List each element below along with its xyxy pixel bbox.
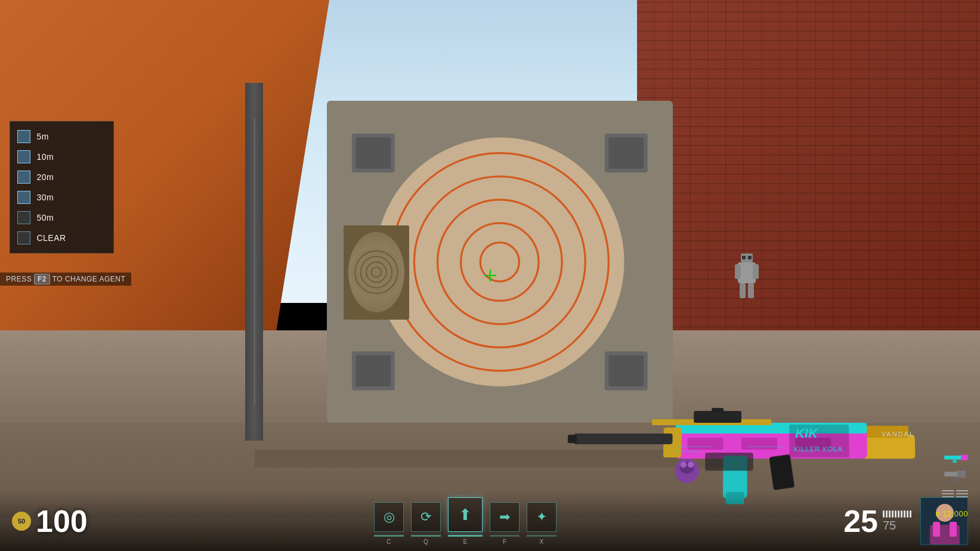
agent-avatar [920,497,968,545]
bullet-pip-8 [904,510,905,518]
agent-robot [729,253,765,301]
shield-badge: 50 [12,512,31,531]
small-target-circles [348,232,404,312]
svg-text:KIK: KIK [795,426,819,441]
steel-frame [245,83,263,441]
svg-rect-24 [748,283,754,298]
distance-label-clear: CLEAR [36,233,66,243]
bullet-pip-6 [898,510,899,518]
crosshair [484,270,496,281]
ability-bar-x [527,535,557,537]
distance-option-clear[interactable]: CLEAR [10,228,113,248]
svg-rect-40 [568,435,577,443]
distance-option-20m[interactable]: 20m [10,167,113,187]
svg-rect-22 [753,264,759,279]
distance-checkbox-clear[interactable] [17,231,30,244]
ability-key-e: E [463,538,468,545]
agent-avatar-svg [921,498,968,545]
pistol-weapon-icon [944,469,968,484]
svg-rect-21 [735,264,741,279]
svg-rect-67 [933,522,940,537]
change-agent-key: F2 [34,274,50,284]
change-agent-hint: PRESS F2 TO CHANGE AGENT [0,273,131,286]
bullet-pip-1 [883,510,885,518]
distance-checkbox-50m[interactable] [17,211,30,224]
ability-symbol-q: ⟳ [421,509,431,525]
svg-rect-11 [608,137,644,168]
pistol-icon [944,469,968,484]
distance-checkbox-10m[interactable] [17,150,30,163]
money-prefix: ¤ [935,509,940,518]
bullet-pip-2 [886,510,888,518]
svg-rect-46 [712,408,724,413]
ammo-section: 25 75 [843,506,911,537]
bullet-pip-9 [907,510,908,518]
svg-rect-43 [769,454,794,490]
bullet-pip-7 [901,510,902,518]
ability-bar-q [411,535,441,537]
ability-slot-x: ✦ X [527,502,557,545]
hud-bottom: 50 100 ◎ C ⟳ Q [0,491,980,551]
crosshair-svg [484,270,496,281]
robot-svg [729,253,765,301]
ability-symbol-c: ◎ [384,509,395,525]
bullet-pip-5 [895,510,896,518]
distance-option-30m[interactable]: 30m [10,187,113,208]
ability-key-q: Q [423,538,429,545]
distance-checkbox-20m[interactable] [17,171,30,184]
abilities-section: ◎ C ⟳ Q ⬆ E [88,497,843,545]
distance-option-50m[interactable]: 50m [10,208,113,228]
primary-weapon-slot: VANDAL [944,450,968,465]
distance-label-50m: 50m [36,213,54,222]
health-value: 100 [36,506,88,537]
distance-option-10m[interactable]: 10m [10,147,113,167]
health-section: 50 100 [12,506,88,537]
svg-rect-36 [741,438,777,450]
svg-rect-12 [356,355,391,386]
ability-slot-e: ⬆ E [448,497,483,545]
ability-key-f: F [503,538,507,545]
small-target [344,225,409,320]
svg-rect-58 [944,456,963,459]
ability-icon-f[interactable]: ➡ [490,502,520,532]
ability-icon-x[interactable]: ✦ [527,502,557,532]
ammo-current: 25 [843,506,878,537]
ammo-bullets [883,510,911,518]
vandal-icon [944,450,968,465]
shield-value: 50 [18,518,25,525]
ability-symbol-f: ➡ [499,509,510,525]
distance-checkbox-5m[interactable] [17,130,30,143]
bullet-pip-3 [889,510,891,518]
vandal-weapon-icon [944,452,968,464]
svg-rect-57 [705,453,753,470]
ability-bar-f [490,535,520,537]
secondary-weapon-slot [944,469,968,484]
ability-icon-q[interactable]: ⟳ [411,502,441,532]
bullet-pip-4 [892,510,894,518]
ability-icon-c[interactable]: ◎ [374,502,404,532]
distance-checkbox-30m[interactable] [17,191,30,204]
distance-option-5m[interactable]: 5m [10,126,113,147]
svg-rect-45 [694,411,741,423]
svg-rect-26 [748,256,752,259]
svg-rect-10 [356,137,391,168]
distance-label-30m: 30m [36,193,54,202]
distance-label-5m: 5m [36,132,48,141]
svg-point-14 [351,247,401,298]
ammo-reserve-group: 75 [883,510,911,533]
game-viewport: 5m 10m 20m 30m 50m CLEAR PRESS F2 TO CHA… [0,0,980,551]
distance-panel: 5m 10m 20m 30m 50m CLEAR [10,121,114,253]
money-amount: 12,000 [942,509,968,518]
svg-rect-39 [574,434,673,444]
ability-key-c: C [387,538,391,545]
distance-label-10m: 10m [36,152,54,162]
svg-rect-63 [954,476,958,482]
ability-slot-f: ➡ F [490,502,520,545]
ability-slot-q: ⟳ Q [411,502,441,545]
distance-label-20m: 20m [36,172,54,182]
svg-rect-25 [742,256,746,259]
svg-text:KILLER KOLA: KILLER KOLA [794,445,843,453]
ability-bar-c [374,535,404,537]
small-target-inner [348,232,404,312]
ability-icon-e[interactable]: ⬆ [448,497,483,532]
